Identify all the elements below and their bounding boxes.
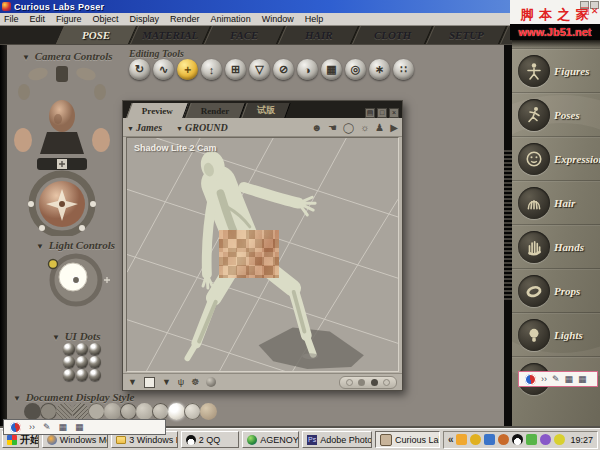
library-item-figures[interactable]: Figures	[512, 48, 600, 93]
depth-cue-icon[interactable]	[206, 377, 216, 387]
face-camera-icon[interactable]: ☻	[311, 122, 322, 133]
ui-dot[interactable]	[63, 343, 75, 355]
ui-dot[interactable]	[76, 343, 88, 355]
ui-dot[interactable]	[76, 356, 88, 368]
dropdown-triangle-icon[interactable]: ▼	[162, 377, 171, 387]
taskbar-item-photoshop[interactable]: Ps Adobe Photoshop	[302, 431, 372, 448]
tab-hair[interactable]: HAIR	[278, 26, 359, 44]
dropdown-triangle-icon[interactable]: ▼	[128, 377, 137, 387]
library-item-props[interactable]: Props	[512, 268, 600, 313]
taskbar-item-website[interactable]: AGENOY.COM	[242, 431, 299, 448]
tab-setup[interactable]: SETUP	[426, 26, 507, 44]
document-window[interactable]: Preview Render 试版 ▤ □ × ▼James ▼GROUND ☻…	[122, 100, 403, 391]
tray-icon[interactable]	[540, 434, 551, 445]
ui-dot[interactable]	[63, 356, 75, 368]
tray-icon-qq[interactable]	[512, 434, 523, 445]
menu-item-display[interactable]: Display	[130, 14, 160, 24]
color-tool-button[interactable]: ◑	[297, 59, 318, 80]
collision-icon[interactable]: ☸	[191, 377, 199, 387]
taper-tool-button[interactable]: ▽	[249, 59, 270, 80]
ui-dot[interactable]	[76, 369, 88, 381]
tracking-dot[interactable]	[358, 379, 365, 386]
document-display-style-header[interactable]: ▼ Document Display Style	[13, 391, 134, 403]
element-dropdown[interactable]: ▼GROUND	[176, 122, 228, 133]
ime-pen-icon[interactable]: ✎	[43, 423, 51, 432]
camera-controls-widget[interactable]	[10, 62, 114, 236]
tray-icon[interactable]	[498, 434, 509, 445]
light-controls-widget[interactable]	[38, 250, 112, 310]
light-icon[interactable]: ☼	[360, 122, 369, 133]
tracking-dot[interactable]	[383, 379, 390, 386]
display-style-wireframe[interactable]	[56, 403, 73, 420]
tracking-selector[interactable]	[339, 376, 397, 389]
display-style-outline[interactable]	[40, 403, 57, 420]
translate-in-out-tool-button[interactable]: ↕	[201, 59, 222, 80]
tracking-mode-icon[interactable]: ψ	[178, 377, 184, 387]
library-item-lights[interactable]: Lights	[512, 312, 600, 357]
ime-language-icon[interactable]	[10, 422, 21, 433]
translate-pull-tool-button[interactable]: ＋	[177, 59, 198, 80]
ui-dot[interactable]	[89, 343, 101, 355]
ui-dots-header[interactable]: ▼ UI Dots	[52, 330, 100, 342]
hand-camera-icon[interactable]: ☚	[328, 122, 337, 133]
display-style-lit-wireframe[interactable]	[88, 403, 105, 420]
tray-icon[interactable]	[484, 434, 495, 445]
menu-item-edit[interactable]: Edit	[30, 14, 46, 24]
display-style-cartoon[interactable]	[136, 403, 153, 420]
ime-mode-icon[interactable]: ››	[29, 423, 35, 432]
tray-icon[interactable]	[456, 434, 467, 445]
tab-pose[interactable]: POSE	[56, 26, 137, 44]
taskbar-item-qq-group[interactable]: 2 QQ	[181, 431, 239, 448]
tracking-dot[interactable]	[371, 379, 378, 386]
ui-dot[interactable]	[89, 356, 101, 368]
direct-manipulation-tool-button[interactable]: ∷	[393, 59, 414, 80]
scroll-right-icon[interactable]: ▶	[390, 122, 398, 133]
ime-pen-icon[interactable]: ✎	[552, 375, 560, 384]
tray-expand-icon[interactable]: «	[448, 434, 454, 445]
library-item-poses[interactable]: Poses	[512, 92, 600, 137]
ime-keyboard-icon[interactable]: ▦	[59, 423, 68, 432]
menu-item-window[interactable]: Window	[262, 14, 294, 24]
tab-face[interactable]: FACE	[204, 26, 285, 44]
chain-break-tool-button[interactable]: ⊘	[273, 59, 294, 80]
tab-material[interactable]: MATERIAL	[130, 26, 211, 44]
library-item-expression[interactable]: Expression	[512, 136, 600, 181]
ui-dot[interactable]	[63, 369, 75, 381]
ime-keyboard-icon[interactable]: ▦	[565, 375, 574, 384]
tray-icon[interactable]	[554, 434, 565, 445]
tab-document[interactable]: 试版	[242, 103, 291, 118]
ime-mode-icon[interactable]: ››	[541, 375, 547, 384]
display-style-flat-lined[interactable]	[120, 403, 137, 420]
library-item-hands[interactable]: Hands	[512, 224, 600, 269]
close-button[interactable]: ×	[590, 1, 599, 9]
menu-item-object[interactable]: Object	[93, 14, 119, 24]
display-style-cartoon-lined[interactable]	[152, 403, 169, 420]
ui-dot[interactable]	[89, 369, 101, 381]
display-style-flat-shaded[interactable]	[104, 403, 121, 420]
tab-render[interactable]: Render	[185, 103, 245, 118]
menu-item-file[interactable]: File	[4, 14, 19, 24]
window-maximize-icon[interactable]: □	[377, 108, 387, 118]
tab-cloth[interactable]: CLOTH	[352, 26, 433, 44]
camera-controls-header[interactable]: ▼ Camera Controls	[22, 50, 113, 62]
background-color-swatch[interactable]	[144, 377, 155, 388]
ime-toolbar-docked[interactable]: ›› ✎ ▦ ▦	[3, 419, 166, 435]
scale-tool-button[interactable]: ⊞	[225, 59, 246, 80]
actor-dropdown[interactable]: ▼James	[127, 122, 162, 133]
menu-item-figure[interactable]: Figure	[56, 14, 82, 24]
rotate-tool-button[interactable]: ↻	[129, 59, 150, 80]
ime-language-icon[interactable]	[525, 374, 536, 385]
twist-tool-button[interactable]: ∿	[153, 59, 174, 80]
taskbar-item-poser-active[interactable]: Curious Labs...	[375, 431, 440, 448]
display-style-texture-shaded[interactable]	[200, 403, 217, 420]
menu-item-help[interactable]: Help	[305, 14, 324, 24]
ime-softkeyboard-icon[interactable]: ▦	[75, 423, 84, 432]
display-style-smooth-lined[interactable]	[184, 403, 201, 420]
figure-icon[interactable]: ♟	[375, 122, 384, 133]
library-item-hair[interactable]: Hair	[512, 180, 600, 225]
window-menu-icon[interactable]: ▤	[365, 108, 375, 118]
preview-viewport[interactable]: Shadow Lite 2 Cam	[126, 137, 399, 372]
display-style-hidden-line[interactable]	[72, 403, 89, 420]
window-close-icon[interactable]: ×	[389, 108, 399, 118]
grouping-tool-button[interactable]: ▦	[321, 59, 342, 80]
